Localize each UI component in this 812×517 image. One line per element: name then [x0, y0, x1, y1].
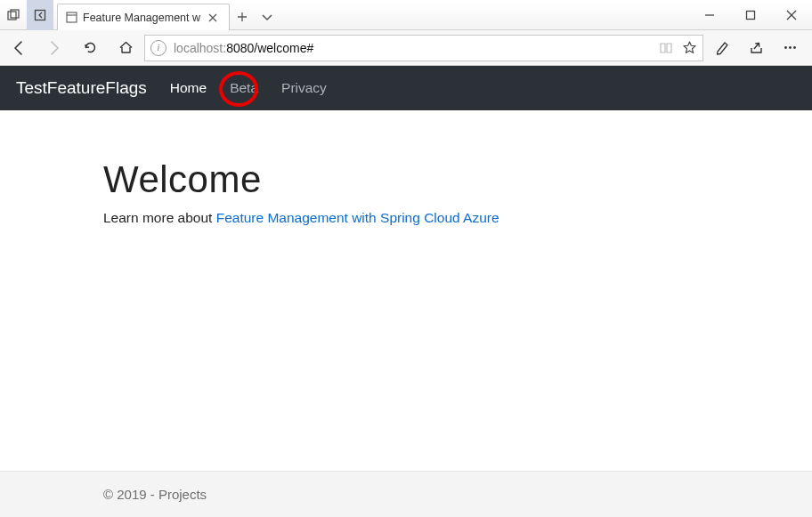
svg-point-9 [793, 46, 796, 49]
window-titlebar: Feature Management w [0, 0, 812, 30]
page-content: Welcome Learn more about Feature Managem… [0, 110, 812, 471]
url-host-muted: localhost: [174, 41, 226, 55]
tab-preview-toggle[interactable] [255, 4, 280, 30]
refresh-button[interactable] [73, 30, 107, 66]
window-maximize-button[interactable] [730, 0, 771, 30]
nav-link-privacy[interactable]: Privacy [281, 80, 327, 96]
window-close-button[interactable] [771, 0, 812, 30]
app-navbar: TestFeatureFlags Home Beta Privacy [0, 66, 812, 110]
footer-text: © 2019 - Projects [103, 487, 207, 502]
svg-point-7 [784, 46, 787, 49]
browser-tab[interactable]: Feature Management w [57, 4, 230, 30]
reading-view-icon[interactable] [659, 41, 673, 55]
home-button[interactable] [109, 30, 142, 66]
window-minimize-button[interactable] [689, 0, 730, 30]
favorites-star-icon[interactable] [682, 40, 697, 55]
svg-rect-3 [67, 12, 77, 22]
lead-text: Learn more about [103, 210, 216, 225]
page-title: Welcome [103, 158, 709, 201]
svg-rect-6 [747, 12, 755, 20]
brand-title[interactable]: TestFeatureFlags [16, 78, 147, 98]
site-info-icon[interactable]: i [150, 40, 166, 56]
back-button[interactable] [2, 30, 36, 66]
browser-toolbar: i localhost:8080/welcome# [0, 30, 812, 66]
forward-button[interactable] [37, 30, 71, 66]
svg-rect-2 [36, 10, 45, 20]
nav-link-home[interactable]: Home [170, 80, 207, 96]
page-icon [65, 12, 77, 24]
recent-activity-button[interactable] [0, 0, 27, 30]
url-text: localhost:8080/welcome# [174, 41, 313, 55]
url-path: 8080/welcome# [226, 41, 313, 55]
set-aside-tabs-button[interactable] [27, 0, 53, 30]
nav-link-beta[interactable]: Beta [230, 80, 258, 95]
address-bar[interactable]: i localhost:8080/welcome# [144, 35, 703, 61]
tab-title: Feature Management w [83, 12, 200, 24]
page-footer: © 2019 - Projects [0, 471, 812, 517]
svg-point-8 [789, 46, 792, 49]
lead-link[interactable]: Feature Management with Spring Cloud Azu… [216, 210, 499, 225]
more-button[interactable] [773, 30, 807, 66]
close-tab-button[interactable] [206, 11, 220, 25]
new-tab-button[interactable] [230, 4, 255, 30]
share-button[interactable] [739, 30, 773, 66]
notes-button[interactable] [705, 30, 739, 66]
lead-paragraph: Learn more about Feature Management with… [103, 210, 709, 226]
